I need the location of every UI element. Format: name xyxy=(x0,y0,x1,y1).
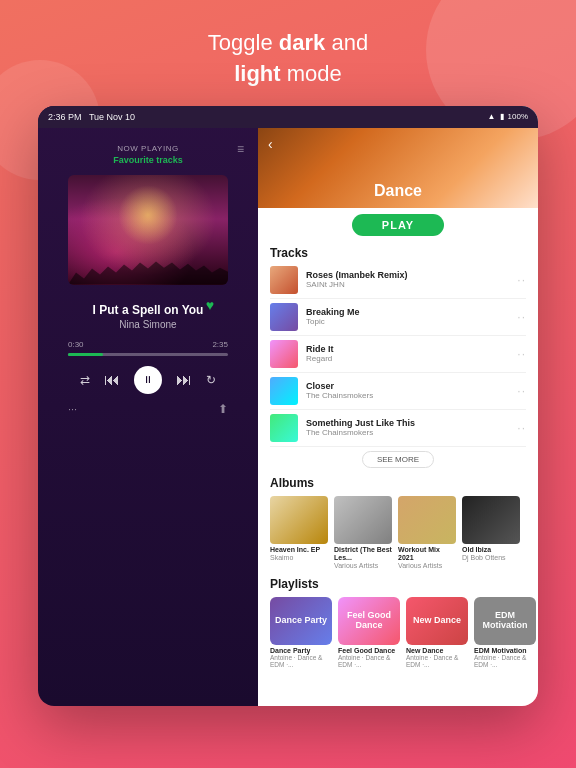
song-title: I Put a Spell on You xyxy=(93,303,204,317)
track-info-5: Something Just Like This The Chainsmoker… xyxy=(306,418,517,437)
time-row: 0:30 2:35 xyxy=(68,340,228,349)
total-time: 2:35 xyxy=(212,340,228,349)
play-pause-button[interactable]: ⏸ xyxy=(134,366,162,394)
playback-controls: ⇄ ⏮ ⏸ ⏭ ↻ xyxy=(80,366,216,394)
playlist-label: Favourite tracks xyxy=(113,155,183,165)
playlist-card-4[interactable]: EDM Motivation EDM Motivation Antoine · … xyxy=(474,597,536,668)
header-line2: light mode xyxy=(234,61,342,86)
track-menu-5[interactable]: ·· xyxy=(517,421,526,435)
see-more-button[interactable]: SEE MORE xyxy=(362,451,434,468)
track-artist-5: The Chainsmokers xyxy=(306,428,517,437)
prev-icon[interactable]: ⏮ xyxy=(104,371,120,389)
dance-header: ‹ Dance xyxy=(258,128,538,208)
light-word: light xyxy=(234,61,280,86)
track-menu-1[interactable]: ·· xyxy=(517,273,526,287)
playlist-name-3: New Dance xyxy=(406,647,468,654)
album-thumb-2 xyxy=(334,496,392,544)
album-card-4[interactable]: Old Ibiza Dj Bob Ottens xyxy=(462,496,520,570)
track-menu-4[interactable]: ·· xyxy=(517,384,526,398)
battery-icon: ▮ xyxy=(500,112,504,121)
track-item[interactable]: Closer The Chainsmokers ·· xyxy=(270,373,526,410)
track-name-4: Closer xyxy=(306,381,517,391)
date-display: Tue Nov 10 xyxy=(89,112,135,122)
track-thumb-5 xyxy=(270,414,298,442)
progress-container: 0:30 2:35 xyxy=(68,340,228,356)
track-info-3: Ride It Regard xyxy=(306,344,517,363)
elapsed-time: 0:30 xyxy=(68,340,84,349)
track-thumb-4 xyxy=(270,377,298,405)
album-name-3: Workout Mix 2021 xyxy=(398,546,456,563)
track-item[interactable]: Breaking Me Topic ·· xyxy=(270,299,526,336)
next-icon[interactable]: ⏭ xyxy=(176,371,192,389)
playlist-name-1: Dance Party xyxy=(270,647,332,654)
filter-icon[interactable]: ≡ xyxy=(237,142,244,156)
album-card-1[interactable]: Heaven Inc. EP Skaimo xyxy=(270,496,328,570)
album-art xyxy=(68,175,228,285)
track-item[interactable]: Ride It Regard ·· xyxy=(270,336,526,373)
stage-light xyxy=(118,185,178,245)
playlist-name-4: EDM Motivation xyxy=(474,647,536,654)
track-artist-3: Regard xyxy=(306,354,517,363)
track-name-5: Something Just Like This xyxy=(306,418,517,428)
track-name-1: Roses (Imanbek Remix) xyxy=(306,270,517,280)
album-card-2[interactable]: District (The Best Les... Various Artist… xyxy=(334,496,392,570)
playlist-card-3[interactable]: New Dance New Dance Antoine · Dance & ED… xyxy=(406,597,468,668)
back-button[interactable]: ‹ xyxy=(268,136,273,152)
playlists-section-label: Playlists xyxy=(258,573,538,593)
track-thumb-1 xyxy=(270,266,298,294)
status-time: 2:36 PM Tue Nov 10 xyxy=(48,112,135,122)
more-icon[interactable]: ··· xyxy=(68,403,77,415)
play-button[interactable]: PLAY xyxy=(352,214,444,236)
track-info-1: Roses (Imanbek Remix) SAINt JHN xyxy=(306,270,517,289)
playlist-artist-3: Antoine · Dance & EDM ·... xyxy=(406,654,468,668)
track-artist-4: The Chainsmokers xyxy=(306,391,517,400)
playlist-thumb-3: New Dance xyxy=(406,597,468,645)
album-artist-4: Dj Bob Ottens xyxy=(462,554,520,561)
playlist-thumb-2: Feel Good Dance xyxy=(338,597,400,645)
track-name-3: Ride It xyxy=(306,344,517,354)
playlist-card-2[interactable]: Feel Good Dance Feel Good Dance Antoine … xyxy=(338,597,400,668)
track-artist-2: Topic xyxy=(306,317,517,326)
track-menu-2[interactable]: ·· xyxy=(517,310,526,324)
track-info-4: Closer The Chainsmokers xyxy=(306,381,517,400)
battery-level: 100% xyxy=(508,112,528,121)
track-item[interactable]: Roses (Imanbek Remix) SAINt JHN ·· xyxy=(270,262,526,299)
track-item[interactable]: Something Just Like This The Chainsmoker… xyxy=(270,410,526,447)
wifi-icon: ▲ xyxy=(488,112,496,121)
background: Toggle dark and light mode 2:36 PM Tue N… xyxy=(0,0,576,768)
album-artist-2: Various Artists xyxy=(334,562,392,569)
album-name-4: Old Ibiza xyxy=(462,546,520,554)
shuffle-icon[interactable]: ⇄ xyxy=(80,373,90,387)
album-thumb-3 xyxy=(398,496,456,544)
progress-fill xyxy=(68,353,103,356)
status-icons: ▲ ▮ 100% xyxy=(488,112,528,121)
playlist-artist-4: Antoine · Dance & EDM ·... xyxy=(474,654,536,668)
repeat-icon[interactable]: ↻ xyxy=(206,373,216,387)
header-line1: Toggle dark and xyxy=(208,30,368,55)
promo-header: Toggle dark and light mode xyxy=(208,28,368,90)
album-card-3[interactable]: Workout Mix 2021 Various Artists xyxy=(398,496,456,570)
device-frame: 2:36 PM Tue Nov 10 ▲ ▮ 100% Now playing … xyxy=(38,106,538,706)
album-thumb-4 xyxy=(462,496,520,544)
song-artist: Nina Simone xyxy=(119,319,176,330)
time-display: 2:36 PM xyxy=(48,112,82,122)
progress-bar[interactable] xyxy=(68,353,228,356)
status-bar: 2:36 PM Tue Nov 10 ▲ ▮ 100% xyxy=(38,106,538,128)
playlist-card-1[interactable]: Dance Party Dance Party Antoine · Dance … xyxy=(270,597,332,668)
playlist-name-2: Feel Good Dance xyxy=(338,647,400,654)
playlists-row: Dance Party Dance Party Antoine · Dance … xyxy=(258,593,538,672)
track-info-2: Breaking Me Topic xyxy=(306,307,517,326)
albums-row: Heaven Inc. EP Skaimo District (The Best… xyxy=(258,492,538,574)
track-menu-3[interactable]: ·· xyxy=(517,347,526,361)
dance-title: Dance xyxy=(374,182,422,200)
playlist-thumb-4: EDM Motivation xyxy=(474,597,536,645)
album-artist-1: Skaimo xyxy=(270,554,328,561)
share-icon[interactable]: ⬆ xyxy=(218,402,228,416)
track-name-2: Breaking Me xyxy=(306,307,517,317)
playlist-artist-2: Antoine · Dance & EDM ·... xyxy=(338,654,400,668)
secondary-controls: ··· ⬆ xyxy=(68,402,228,416)
heart-icon[interactable]: ♥ xyxy=(206,297,214,313)
track-thumb-2 xyxy=(270,303,298,331)
dark-word: dark xyxy=(279,30,325,55)
album-name-1: Heaven Inc. EP xyxy=(270,546,328,554)
